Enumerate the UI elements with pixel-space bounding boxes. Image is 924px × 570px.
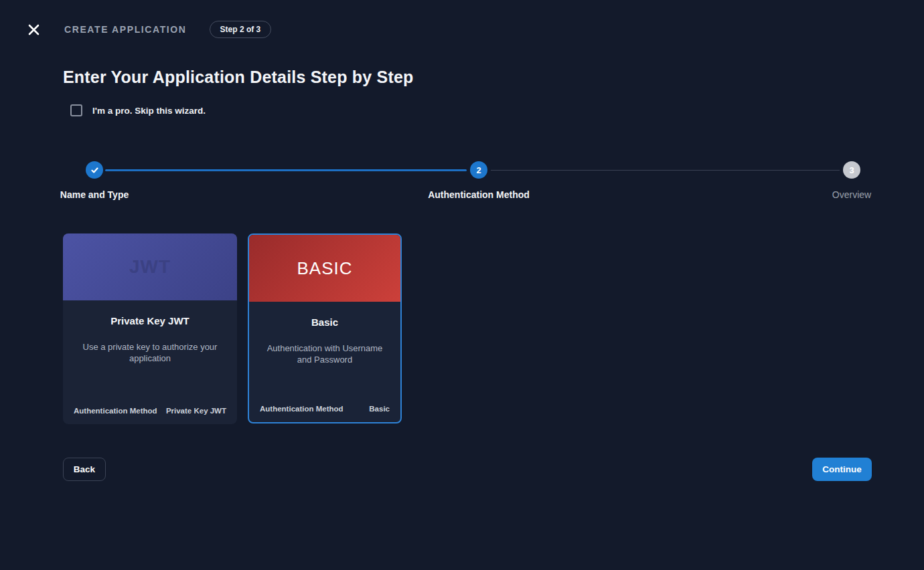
card-meta-value: Private Key JWT: [166, 407, 226, 415]
basic-banner-text: BASIC: [297, 258, 352, 279]
card-meta-row: Authentication Method Private Key JWT: [74, 407, 226, 415]
step-3-label: Overview: [832, 189, 871, 200]
step-1-indicator: [86, 161, 103, 179]
jwt-card-body: Private Key JWT Use a private key to aut…: [63, 315, 237, 424]
close-button[interactable]: [24, 20, 43, 39]
stepper: 2 3 Name and Type Authentication Method …: [0, 161, 924, 203]
card-description: Authentication with Username and Passwor…: [260, 343, 390, 365]
skip-wizard-row: I'm a pro. Skip this wizard.: [70, 104, 206, 116]
card-description: Use a private key to authorize your appl…: [76, 341, 224, 364]
step-2-label: Authentication Method: [428, 189, 530, 200]
card-meta-label: Authentication Method: [260, 405, 343, 413]
auth-method-card-private-key-jwt[interactable]: JWT Private Key JWT Use a private key to…: [63, 233, 237, 424]
skip-wizard-label[interactable]: I'm a pro. Skip this wizard.: [92, 106, 206, 116]
stepper-line-completed: [105, 169, 467, 171]
step-3-number: 3: [849, 165, 854, 175]
skip-wizard-checkbox[interactable]: [70, 104, 82, 116]
continue-button[interactable]: Continue: [812, 458, 872, 481]
card-title: Basic: [260, 316, 390, 328]
step-2-indicator: 2: [470, 161, 487, 179]
auth-method-card-basic[interactable]: BASIC Basic Authentication with Username…: [248, 233, 402, 423]
wizard-title: CREATE APPLICATION: [64, 24, 187, 35]
step-3-indicator: 3: [843, 161, 860, 179]
card-meta-value: Basic: [369, 405, 390, 413]
step-2-number: 2: [476, 165, 481, 175]
basic-card-body: Basic Authentication with Username and P…: [249, 316, 400, 423]
basic-card-banner: BASIC: [249, 235, 400, 302]
step-1-label: Name and Type: [60, 189, 129, 200]
stepper-line-upcoming: [491, 170, 840, 171]
page-heading: Enter Your Application Details Step by S…: [63, 68, 414, 87]
card-title: Private Key JWT: [74, 315, 226, 326]
check-icon: [90, 166, 99, 175]
close-icon: [27, 23, 40, 36]
card-meta-row: Authentication Method Basic: [260, 405, 390, 413]
jwt-banner-text: JWT: [129, 256, 171, 278]
back-button[interactable]: Back: [63, 458, 106, 481]
wizard-top-bar: CREATE APPLICATION Step 2 of 3: [24, 20, 271, 39]
jwt-card-banner: JWT: [63, 233, 237, 300]
card-meta-label: Authentication Method: [74, 407, 157, 415]
step-badge: Step 2 of 3: [210, 21, 272, 38]
